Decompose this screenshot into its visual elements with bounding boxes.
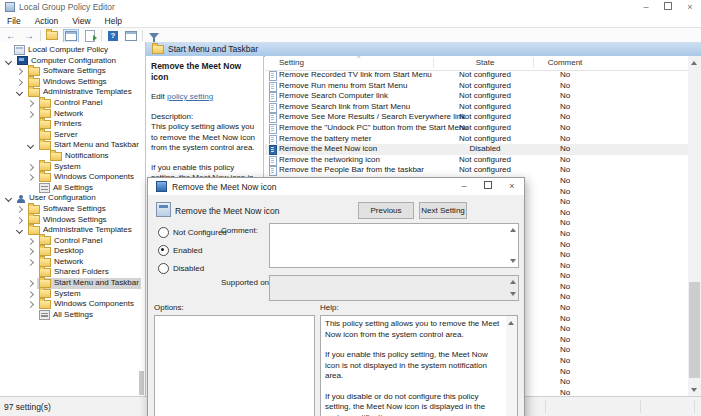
radio-icon[interactable]: [158, 245, 169, 256]
tree-item-windows-settings[interactable]: Windows Settings: [0, 77, 145, 88]
close-button[interactable]: ×: [679, 0, 701, 14]
show-console-tree-icon[interactable]: [63, 29, 79, 43]
scroll-down-icon[interactable]: [691, 388, 697, 392]
tree-item-windows-components[interactable]: Windows Components: [0, 172, 145, 183]
filter-icon[interactable]: [147, 30, 161, 42]
tree-item-software-settings[interactable]: Software Settings: [0, 204, 145, 215]
menu-view[interactable]: View: [65, 16, 97, 26]
tree-item-start-menu-and-taskbar[interactable]: Start Menu and Taskbar: [0, 140, 145, 151]
help-scrollbar[interactable]: [506, 316, 517, 416]
expand-arrow-icon[interactable]: [16, 206, 23, 213]
expand-arrow-icon[interactable]: [27, 111, 34, 118]
minimize-button[interactable]: –: [635, 0, 657, 14]
list-row-remove-search-link-from-start-menu[interactable]: Remove Search link from Start MenuNot co…: [265, 102, 688, 113]
maximize-button[interactable]: [657, 0, 679, 14]
expand-arrow-icon[interactable]: [27, 238, 34, 245]
tree-item-windows-settings[interactable]: Windows Settings: [0, 215, 145, 226]
list-row-remove-search-computer-link[interactable]: Remove Search Computer linkNot configure…: [265, 91, 688, 102]
list-row-remove-the-battery-meter[interactable]: Remove the battery meterNot configuredNo: [265, 134, 688, 145]
previous-setting-button[interactable]: Previous Setting: [358, 202, 414, 219]
cell-comment: No: [535, 335, 595, 346]
forward-icon[interactable]: →: [22, 30, 36, 42]
expand-arrow-icon[interactable]: [16, 68, 23, 75]
tree-item-network[interactable]: Network: [0, 257, 145, 268]
scroll-up-icon[interactable]: [510, 228, 516, 232]
column-header-comment[interactable]: Comment: [535, 58, 595, 67]
tree-item-windows-components[interactable]: Windows Components: [0, 299, 145, 310]
tree-item-all-settings[interactable]: All Settings: [0, 310, 145, 321]
radio-option-disabled[interactable]: Disabled: [158, 259, 227, 277]
expand-arrow-icon[interactable]: [27, 291, 34, 298]
menu-action[interactable]: Action: [28, 16, 66, 26]
tree-item-server[interactable]: Server: [0, 130, 145, 141]
scroll-up-icon[interactable]: [508, 321, 514, 325]
tree-item-control-panel[interactable]: Control Panel: [0, 98, 145, 109]
tree-item-software-settings[interactable]: Software Settings: [0, 66, 145, 77]
radio-option-not-configured[interactable]: Not Configured: [158, 223, 227, 241]
expand-arrow-icon[interactable]: [16, 216, 23, 223]
export-list-icon[interactable]: [83, 30, 97, 42]
tree-item-start-menu-and-taskbar[interactable]: Start Menu and Taskbar: [0, 278, 145, 289]
tree-item-all-settings[interactable]: All Settings: [0, 183, 145, 194]
expand-arrow-icon[interactable]: [27, 280, 34, 287]
scrollbar-thumb[interactable]: [689, 282, 700, 378]
list-row-remove-see-more-results-search-everywhere-link[interactable]: Remove See More Results / Search Everywh…: [265, 112, 688, 123]
dialog-minimize-button[interactable]: –: [452, 178, 476, 195]
help-icon[interactable]: ?: [106, 30, 120, 42]
tree-item-computer-configuration[interactable]: Computer Configuration: [0, 56, 145, 67]
expand-arrow-icon[interactable]: [27, 100, 34, 107]
list-row-remove-the-undock-pc-button-from-the-start-menu[interactable]: Remove the "Undock PC" button from the S…: [265, 123, 688, 134]
expand-arrow-icon[interactable]: [16, 79, 23, 86]
list-row-remove-recorded-tv-link-from-start-menu[interactable]: Remove Recorded TV link from Start MenuN…: [265, 70, 688, 81]
tree-item-label: Software Settings: [43, 66, 106, 77]
console-window-icon[interactable]: [124, 30, 138, 42]
tree-item-administrative-templates[interactable]: Administrative Templates: [0, 225, 145, 236]
collapse-arrow-icon[interactable]: [5, 58, 12, 65]
list-row-remove-the-networking-icon[interactable]: Remove the networking iconNot configured…: [265, 155, 688, 166]
tree-item-user-configuration[interactable]: User Configuration: [0, 193, 145, 204]
tree-item-network[interactable]: Network: [0, 109, 145, 120]
collapse-arrow-icon[interactable]: [27, 142, 34, 149]
menu-file[interactable]: File: [0, 16, 28, 26]
radio-icon[interactable]: [158, 263, 169, 274]
column-header-state[interactable]: State: [435, 58, 535, 67]
up-one-level-icon[interactable]: [45, 30, 59, 42]
collapse-arrow-icon[interactable]: [5, 195, 12, 202]
tree-item-control-panel[interactable]: Control Panel: [0, 236, 145, 247]
comment-textarea[interactable]: [269, 223, 519, 268]
tree-item-desktop[interactable]: Desktop: [0, 246, 145, 257]
list-row-remove-the-people-bar-from-the-taskbar[interactable]: Remove the People Bar from the taskbarNo…: [265, 165, 688, 176]
policy-setting-link[interactable]: policy setting: [167, 92, 213, 101]
tree-scrollbar-thumb[interactable]: [139, 371, 144, 395]
scroll-up-icon[interactable]: [691, 61, 697, 65]
tree-item-printers[interactable]: Printers: [0, 119, 145, 130]
tree-item-system[interactable]: System: [0, 162, 145, 173]
dialog-close-button[interactable]: ×: [500, 178, 524, 195]
cell-state: Not configured: [435, 70, 535, 81]
tree-item-shared-folders[interactable]: Shared Folders: [0, 267, 145, 278]
tree-item-administrative-templates[interactable]: Administrative Templates: [0, 87, 145, 98]
expand-arrow-icon[interactable]: [27, 163, 34, 170]
list-scrollbar[interactable]: [688, 56, 701, 397]
scroll-down-icon[interactable]: [510, 259, 516, 263]
menu-help[interactable]: Help: [98, 16, 129, 26]
expand-arrow-icon[interactable]: [27, 301, 34, 308]
collapse-arrow-icon[interactable]: [16, 89, 23, 96]
dialog-maximize-button[interactable]: [476, 178, 500, 195]
tree-item-system[interactable]: System: [0, 289, 145, 300]
list-row-remove-run-menu-from-start-menu[interactable]: Remove Run menu from Start MenuNot confi…: [265, 81, 688, 92]
help-box[interactable]: This policy setting allows you to remove…: [320, 315, 518, 416]
expand-arrow-icon[interactable]: [27, 259, 34, 266]
collapse-arrow-icon[interactable]: [16, 227, 23, 234]
tree-item-local-computer-policy[interactable]: Local Computer Policy: [0, 45, 145, 56]
column-header-setting[interactable]: Setting: [279, 58, 304, 67]
list-row-remove-the-meet-now-icon[interactable]: Remove the Meet Now iconDisabledNo: [265, 144, 688, 155]
expand-arrow-icon[interactable]: [27, 248, 34, 255]
expand-arrow-icon[interactable]: [27, 174, 34, 181]
radio-option-enabled[interactable]: Enabled: [158, 241, 227, 259]
back-icon[interactable]: ←: [4, 30, 18, 42]
radio-icon[interactable]: [158, 227, 169, 238]
tree-item-notifications[interactable]: Notifications: [0, 151, 145, 162]
next-setting-button[interactable]: Next Setting: [419, 202, 467, 219]
cell-setting: Remove the Meet Now icon: [279, 144, 377, 155]
